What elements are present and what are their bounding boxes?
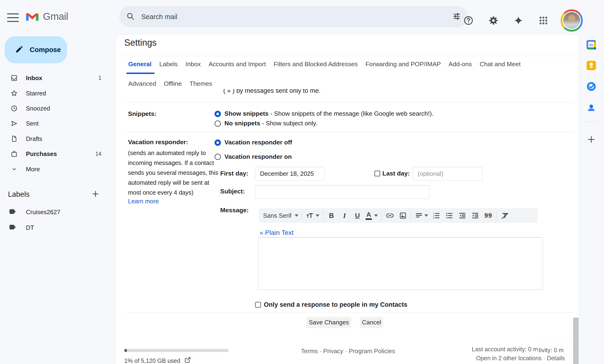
sidebar-item-label: Drafts: [26, 135, 42, 143]
vacation-on-radio[interactable]: [214, 154, 221, 160]
pencil-icon: [15, 45, 24, 54]
font-family-select[interactable]: Sans Serif: [263, 210, 299, 221]
quote-button[interactable]: 99: [484, 210, 493, 221]
no-snippets-option[interactable]: No snippets - Show subject only.: [225, 120, 317, 127]
storage-usage-text: 1% of 5,120 GB used: [124, 357, 180, 364]
contacts-icon[interactable]: [586, 102, 597, 114]
tab-filters-and-blocked-addresses[interactable]: Filters and Blocked Addresses: [274, 61, 358, 68]
option-desc: - Show snippets of the message (like Goo…: [268, 110, 434, 117]
show-snippets-option[interactable]: Show snippets - Show snippets of the mes…: [225, 110, 434, 117]
search-options-icon[interactable]: [453, 12, 461, 22]
main-menu-icon[interactable]: [7, 13, 19, 22]
cancel-button[interactable]: Cancel: [360, 317, 383, 328]
save-changes-button[interactable]: Save Changes: [306, 317, 351, 328]
label-item-cruises2627[interactable]: Cruises2627: [0, 205, 108, 219]
tasks-icon[interactable]: [586, 81, 597, 92]
sidebar-item-drafts[interactable]: Drafts: [0, 131, 108, 146]
vacation-off-label[interactable]: Vacation responder off: [225, 139, 292, 146]
text-color-glyph: A: [366, 211, 371, 218]
insert-image-icon[interactable]: [398, 210, 408, 221]
vacation-off-radio[interactable]: [214, 139, 221, 146]
tab-general[interactable]: General: [128, 61, 151, 68]
last-day-input[interactable]: [413, 167, 483, 181]
label-item-dt[interactable]: DT: [0, 220, 108, 235]
gemini-sparkle-icon[interactable]: [511, 13, 526, 28]
compose-button[interactable]: Compose: [5, 36, 67, 63]
tab-labels[interactable]: Labels: [159, 61, 178, 68]
create-label-icon[interactable]: [91, 189, 100, 199]
sidebar-item-label: Starred: [26, 90, 46, 97]
divider: [124, 102, 575, 102]
indent-less-icon[interactable]: [458, 210, 467, 221]
option-title: No snippets: [225, 120, 260, 127]
account-avatar[interactable]: [561, 9, 583, 32]
compose-label: Compose: [30, 46, 61, 54]
tab-forwarding-and-pop-imap[interactable]: Forwarding and POP/IMAP: [365, 61, 441, 68]
tab-offline[interactable]: Offline: [164, 80, 182, 87]
shopping-bag-icon: [10, 150, 18, 158]
sidebar-item-purchases[interactable]: Purchases 14: [0, 146, 108, 161]
tab-chat-and-meet[interactable]: Chat and Meet: [479, 61, 521, 68]
contacts-only-row: Only send a response to people in my Con…: [255, 301, 407, 308]
show-snippets-radio[interactable]: [214, 111, 221, 117]
google-apps-grid-icon[interactable]: [536, 13, 551, 28]
keep-icon[interactable]: [586, 60, 597, 71]
open-in-new-icon[interactable]: [184, 356, 191, 364]
tab-themes[interactable]: Themes: [189, 80, 212, 87]
tab-add-ons[interactable]: Add-ons: [449, 61, 472, 68]
no-snippets-radio[interactable]: [214, 120, 221, 127]
gmail-settings-screen: Gmail: [0, 0, 604, 364]
vacation-on-label[interactable]: Vacation responder on: [225, 153, 292, 160]
insert-link-icon[interactable]: [385, 210, 395, 221]
plain-text-link[interactable]: « Plain Text: [260, 229, 293, 237]
search-input[interactable]: [141, 13, 453, 21]
get-add-ons-plus-icon[interactable]: [586, 134, 597, 145]
active-tab-indicator: [126, 73, 155, 74]
labels-title: Labels: [8, 190, 29, 199]
contacts-only-checkbox[interactable]: [255, 302, 261, 308]
subject-input[interactable]: [255, 185, 429, 199]
text-color-button[interactable]: A: [366, 210, 378, 221]
font-size-button[interactable]: [306, 210, 319, 221]
sidebar-item-snoozed[interactable]: Snoozed: [0, 101, 108, 116]
contacts-only-label: Only send a response to people in my Con…: [264, 301, 407, 308]
numbered-list-icon[interactable]: 1 2 3: [432, 210, 441, 221]
send-icon: [10, 120, 18, 127]
sidebar-item-inbox[interactable]: Inbox 1: [0, 71, 108, 85]
bulleted-list-icon[interactable]: [445, 210, 454, 221]
sidebar-item-more[interactable]: More: [0, 162, 108, 177]
gmail-wordmark: Gmail: [43, 11, 68, 22]
labels-header: Labels: [8, 189, 107, 199]
sidebar-item-sent[interactable]: Sent: [0, 116, 108, 131]
align-button[interactable]: [415, 210, 428, 221]
sidebar-item-starred[interactable]: Starred: [0, 86, 108, 101]
option-title: Show snippets: [225, 110, 268, 117]
chevron-down-icon: [424, 214, 428, 217]
bold-button[interactable]: B: [327, 210, 336, 221]
vertical-scrollbar-thumb[interactable]: [573, 318, 579, 364]
tab-accounts-and-import[interactable]: Accounts and Import: [209, 61, 266, 68]
font-family-value: Sans Serif: [263, 212, 291, 219]
settings-gear-icon[interactable]: [486, 13, 501, 28]
activity-overlay-box: tivity: 0 m: [538, 339, 575, 355]
toolbar-divider: [302, 211, 302, 220]
search-icon[interactable]: [126, 12, 135, 22]
help-icon[interactable]: [461, 13, 476, 28]
tab-inbox[interactable]: Inbox: [186, 61, 201, 68]
italic-button[interactable]: I: [340, 210, 349, 221]
calendar-icon[interactable]: 31: [586, 39, 597, 50]
remove-formatting-icon[interactable]: [500, 210, 510, 221]
toolbar-divider: [411, 211, 411, 220]
tab-advanced[interactable]: Advanced: [128, 80, 156, 87]
vacation-message-textarea[interactable]: [258, 237, 543, 290]
learn-more-link[interactable]: Learn more: [128, 198, 159, 205]
draft-file-icon: [10, 135, 18, 143]
search-bar[interactable]: [119, 6, 468, 27]
underline-button[interactable]: U: [353, 210, 362, 221]
footer-policy-links[interactable]: Terms · Privacy · Program Policies: [301, 348, 395, 355]
open-locations-details[interactable]: Open in 2 other locations · Details: [476, 355, 565, 362]
first-day-input[interactable]: [255, 167, 325, 181]
last-day-checkbox[interactable]: [374, 170, 380, 176]
indent-more-icon[interactable]: [471, 210, 480, 221]
last-account-activity: Last account activity: 0 m: [472, 346, 538, 353]
